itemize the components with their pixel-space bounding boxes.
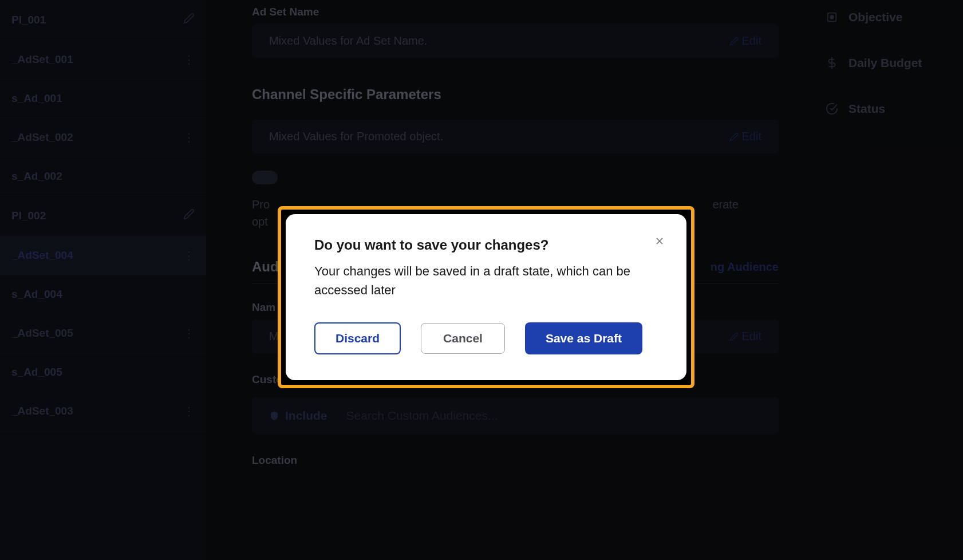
modal-title: Do you want to save your changes? [314,237,658,253]
cancel-button[interactable]: Cancel [421,323,505,354]
modal-description: Your changes will be saved in a draft st… [314,262,641,299]
modal-highlight-wrapper: Do you want to save your changes? Your c… [278,206,694,388]
save-changes-modal: Do you want to save your changes? Your c… [286,214,686,380]
modal-actions: Discard Cancel Save as Draft [314,322,658,354]
save-as-draft-button[interactable]: Save as Draft [525,322,642,354]
close-icon [654,235,665,247]
close-button[interactable] [653,234,666,248]
discard-button[interactable]: Discard [314,322,401,354]
